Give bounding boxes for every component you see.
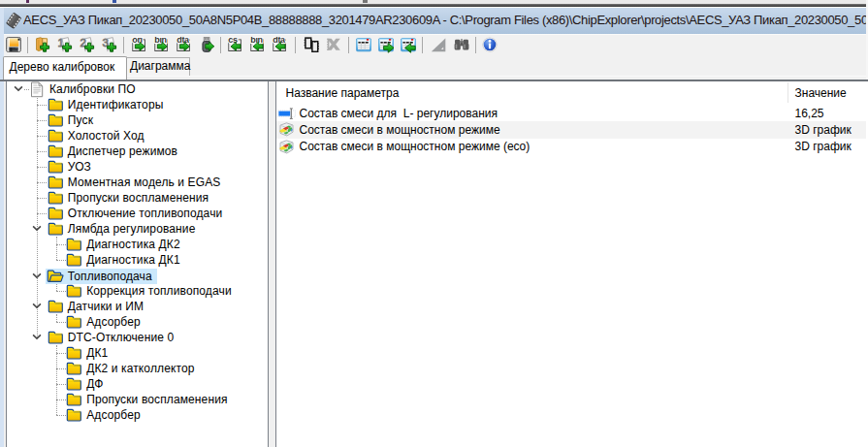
svg-text:dta: dta	[177, 37, 190, 45]
svg-text:bin: bin	[154, 37, 167, 45]
